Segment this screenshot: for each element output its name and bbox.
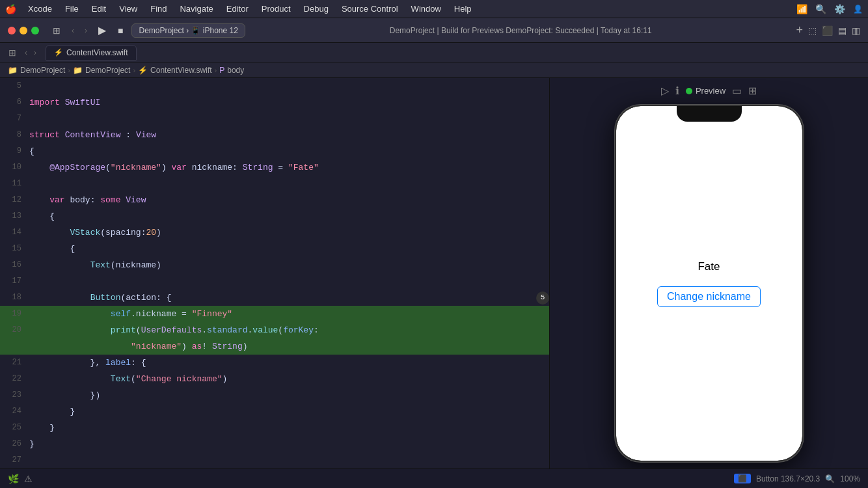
tab-forward-button[interactable]: › (31, 47, 39, 59)
preview-info-icon[interactable]: ℹ (675, 85, 679, 97)
breadcrumb-project[interactable]: 📁 DemoProject (8, 66, 65, 75)
code-line-13: 13 { (0, 208, 549, 224)
code-line-24: 24 } (0, 403, 549, 420)
breakpoint-badge: 5 (536, 291, 549, 305)
code-area: 5 6 import SwiftUI 7 8 struct ContentVie… (0, 78, 549, 468)
menu-bar: 🍎 Xcode File Edit View Find Navigate Edi… (0, 0, 868, 18)
menu-find[interactable]: Find (145, 3, 172, 15)
folder2-icon: 📁 (73, 66, 83, 75)
menu-help[interactable]: Help (449, 3, 477, 15)
code-editor[interactable]: 5 6 import SwiftUI 7 8 struct ContentVie… (0, 78, 550, 468)
breadcrumb-sep-3: › (215, 66, 217, 74)
breadcrumb-symbol[interactable]: P body (219, 66, 244, 75)
minimize-button[interactable] (20, 27, 27, 34)
preview-panel: ▷ ℹ Preview ▭ ⊞ Fate Change nickname (550, 78, 868, 468)
menu-xcode[interactable]: Xcode (23, 3, 57, 15)
forward-button[interactable]: › (82, 25, 90, 36)
apple-logo-icon: 🍎 (5, 4, 16, 14)
zoom-level: 🔍 (825, 474, 835, 483)
breadcrumb-toggle-icon[interactable]: ⬚ (808, 25, 817, 36)
stop-button[interactable]: ■ (115, 24, 126, 37)
close-button[interactable] (8, 27, 16, 34)
menu-editor[interactable]: Editor (221, 3, 254, 15)
breadcrumb-file[interactable]: ⚡ ContentView.swift (138, 66, 212, 75)
tab-back-button[interactable]: ‹ (22, 47, 30, 59)
preview-change-nickname-button[interactable]: Change nickname (657, 286, 761, 307)
panel-layout-icon[interactable]: ▤ (838, 25, 847, 36)
code-line-11: 11 (0, 176, 549, 192)
add-button[interactable]: + (796, 23, 803, 37)
code-line-9: 9 { (0, 143, 549, 159)
controlcenter-icon[interactable]: ⚙️ (834, 4, 845, 14)
menu-source-control[interactable]: Source Control (336, 3, 403, 15)
code-line-26: 26 } (0, 436, 549, 452)
inspector-toggle-icon[interactable]: ▥ (852, 25, 860, 36)
toolbar: ⊞ ‹ › ▶ ■ DemoProject › 📱 iPhone 12 Demo… (0, 18, 868, 43)
device-selector[interactable]: DemoProject › 📱 iPhone 12 (131, 23, 245, 38)
breadcrumb-folder[interactable]: 📁 DemoProject (73, 66, 130, 75)
breadcrumb-sep-1: › (68, 66, 70, 74)
iphone-notch (677, 106, 742, 122)
wifi-icon: 📶 (796, 4, 807, 14)
back-button[interactable]: ‹ (69, 25, 77, 36)
preview-status-dot (686, 88, 692, 94)
code-line-27: 27 (0, 452, 549, 468)
menu-navigate[interactable]: Navigate (174, 3, 218, 15)
code-line-5: 5 (0, 78, 549, 94)
tab-bar: ⊞ ‹ › ⚡ ContentView.swift (0, 43, 868, 62)
code-line-8: 8 struct ContentView : View (0, 127, 549, 143)
warning-icon: ⚠ (24, 474, 33, 484)
menu-view[interactable]: View (114, 3, 142, 15)
preview-label: Preview (686, 86, 726, 96)
tab-contentview-swift[interactable]: ⚡ ContentView.swift (46, 45, 137, 61)
code-line-21: 21 }, label: { (0, 355, 549, 371)
sidebar-toggle-button[interactable]: ⊞ (49, 24, 64, 37)
main-content: 5 6 import SwiftUI 7 8 struct ContentVie… (0, 78, 868, 468)
swift-file-icon: ⚡ (54, 48, 63, 57)
code-line-18: 18 Button(action: { 5 (0, 290, 549, 306)
build-status: DemoProject | Build for Previews DemoPro… (251, 26, 791, 35)
tab-label: ContentView.swift (66, 48, 128, 57)
code-line-16: 16 Text(nickname) (0, 257, 549, 273)
iphone-preview-frame: Fate Change nickname (615, 105, 804, 462)
run-button[interactable]: ▶ (95, 23, 109, 38)
preview-zoom-icon[interactable]: ⊞ (748, 85, 757, 97)
code-line-6: 6 import SwiftUI (0, 94, 549, 111)
swift-icon: ⚡ (138, 66, 148, 75)
breadcrumb-sep-2: › (133, 66, 135, 74)
search-menubar-icon[interactable]: 🔍 (815, 4, 826, 14)
menu-edit[interactable]: Edit (87, 3, 111, 15)
preview-play-icon[interactable]: ▷ (661, 85, 669, 97)
folder-icon: 📁 (8, 66, 18, 75)
user-icon: 👤 (853, 5, 863, 14)
symbol-icon: P (219, 66, 224, 75)
code-line-7: 7 (0, 111, 549, 127)
code-line-22: 22 Text("Change nickname") (0, 371, 549, 387)
menu-window[interactable]: Window (406, 3, 446, 15)
source-control-icon[interactable]: 🌿 (8, 474, 19, 484)
code-line-25: 25 } (0, 420, 549, 436)
status-bar: 🌿 ⚠ ⬛ Button 136.7×20.3 🔍 100% (0, 468, 868, 488)
traffic-lights (8, 27, 39, 34)
code-line-17: 17 (0, 273, 549, 290)
split-view-icon[interactable]: ⬛ (822, 25, 833, 36)
preview-toolbar: ▷ ℹ Preview ▭ ⊞ (556, 85, 861, 97)
preview-device-icon[interactable]: ▭ (732, 85, 742, 97)
breadcrumb: 📁 DemoProject › 📁 DemoProject › ⚡ Conten… (0, 62, 868, 78)
device-selector-label: DemoProject › 📱 iPhone 12 (139, 26, 237, 35)
element-type-badge: ⬛ (734, 474, 751, 483)
code-line-14: 14 VStack(spacing:20) (0, 224, 549, 241)
code-line-23: 23 }) (0, 387, 549, 403)
code-line-10: 10 @AppStorage("nickname") var nickname:… (0, 159, 549, 176)
code-line-12: 12 var body: some View (0, 192, 549, 208)
element-info: Button 136.7×20.3 (756, 474, 820, 483)
grid-view-button[interactable]: ⊞ (5, 46, 20, 59)
maximize-button[interactable] (31, 27, 39, 34)
iphone-screen: Fate Change nickname (616, 106, 802, 461)
menu-file[interactable]: File (60, 3, 84, 15)
code-line-20b: "nickname") as! String) (0, 338, 549, 355)
code-line-20a: 20 print(UserDefaults.standard.value(for… (0, 322, 549, 338)
menu-debug[interactable]: Debug (299, 3, 334, 15)
menu-product[interactable]: Product (256, 3, 296, 15)
preview-nickname-text: Fate (698, 260, 720, 273)
